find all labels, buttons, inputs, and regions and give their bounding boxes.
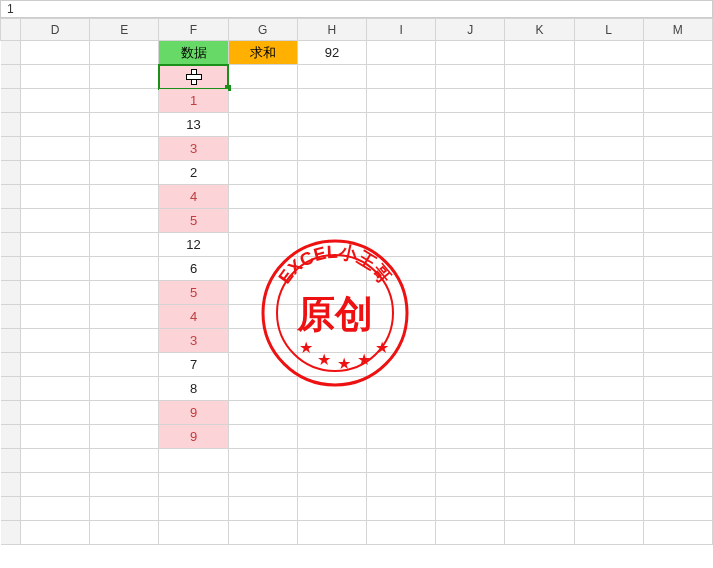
cell-k-13[interactable] [505,353,574,377]
row-gutter[interactable] [1,377,21,401]
cell-f-2[interactable]: 1 [159,89,228,113]
row-gutter[interactable] [1,401,21,425]
column-header-g[interactable]: G [228,19,297,41]
cell-m-15[interactable] [643,401,712,425]
cell-i-4[interactable] [366,137,435,161]
cell-e-11[interactable] [90,305,159,329]
cell-i-9[interactable] [366,257,435,281]
column-header-l[interactable]: L [574,19,643,41]
cell-k-4[interactable] [505,137,574,161]
cell-k-15[interactable] [505,401,574,425]
cell-i-6[interactable] [366,185,435,209]
cell-d-1[interactable] [21,65,90,89]
row-gutter[interactable] [1,233,21,257]
cell-k-0[interactable] [505,41,574,65]
cell-h-1[interactable] [297,65,366,89]
cell-f-12[interactable]: 3 [159,329,228,353]
cell-l-1[interactable] [574,65,643,89]
cell-g-11[interactable] [228,305,297,329]
cell-l-4[interactable] [574,137,643,161]
cell-j-20[interactable] [436,521,505,545]
cell-m-8[interactable] [643,233,712,257]
cell-h-19[interactable] [297,497,366,521]
cell-m-19[interactable] [643,497,712,521]
cell-d-8[interactable] [21,233,90,257]
cell-h-6[interactable] [297,185,366,209]
cell-j-5[interactable] [436,161,505,185]
cell-h-2[interactable] [297,89,366,113]
cell-i-15[interactable] [366,401,435,425]
cell-l-18[interactable] [574,473,643,497]
formula-bar[interactable]: 1 [0,0,713,18]
cell-j-8[interactable] [436,233,505,257]
cell-g-5[interactable] [228,161,297,185]
cell-d-6[interactable] [21,185,90,209]
row-gutter[interactable] [1,353,21,377]
cell-d-2[interactable] [21,89,90,113]
cell-f-4[interactable]: 3 [159,137,228,161]
cell-l-17[interactable] [574,449,643,473]
cell-e-1[interactable] [90,65,159,89]
cell-f-16[interactable]: 9 [159,425,228,449]
cell-e-17[interactable] [90,449,159,473]
cell-g-19[interactable] [228,497,297,521]
cell-l-7[interactable] [574,209,643,233]
cell-d-17[interactable] [21,449,90,473]
cell-k-18[interactable] [505,473,574,497]
cell-k-6[interactable] [505,185,574,209]
cell-e-7[interactable] [90,209,159,233]
row-gutter[interactable] [1,65,21,89]
cell-f-6[interactable]: 4 [159,185,228,209]
cell-m-1[interactable] [643,65,712,89]
cell-k-2[interactable] [505,89,574,113]
cell-k-16[interactable] [505,425,574,449]
cell-k-3[interactable] [505,113,574,137]
cell-h-10[interactable] [297,281,366,305]
row-gutter[interactable] [1,209,21,233]
cell-e-0[interactable] [90,41,159,65]
cell-h-11[interactable] [297,305,366,329]
cell-j-4[interactable] [436,137,505,161]
cell-i-14[interactable] [366,377,435,401]
cell-d-18[interactable] [21,473,90,497]
row-gutter[interactable] [1,425,21,449]
cell-m-14[interactable] [643,377,712,401]
cell-e-16[interactable] [90,425,159,449]
cell-m-10[interactable] [643,281,712,305]
cell-d-20[interactable] [21,521,90,545]
cell-l-10[interactable] [574,281,643,305]
cell-m-2[interactable] [643,89,712,113]
cell-g-10[interactable] [228,281,297,305]
cell-g-9[interactable] [228,257,297,281]
cell-i-17[interactable] [366,449,435,473]
cell-k-10[interactable] [505,281,574,305]
cell-k-20[interactable] [505,521,574,545]
cell-d-12[interactable] [21,329,90,353]
cell-g-20[interactable] [228,521,297,545]
cell-l-12[interactable] [574,329,643,353]
cell-f-14[interactable]: 8 [159,377,228,401]
cell-j-3[interactable] [436,113,505,137]
cell-j-6[interactable] [436,185,505,209]
cell-g-16[interactable] [228,425,297,449]
cell-i-19[interactable] [366,497,435,521]
cell-m-3[interactable] [643,113,712,137]
cell-j-15[interactable] [436,401,505,425]
row-gutter[interactable] [1,449,21,473]
cell-g-7[interactable] [228,209,297,233]
cell-i-5[interactable] [366,161,435,185]
cell-l-16[interactable] [574,425,643,449]
cell-i-12[interactable] [366,329,435,353]
cell-l-19[interactable] [574,497,643,521]
cell-d-13[interactable] [21,353,90,377]
cell-g-8[interactable] [228,233,297,257]
cell-f-19[interactable] [159,497,228,521]
cell-d-9[interactable] [21,257,90,281]
cell-k-14[interactable] [505,377,574,401]
cell-m-5[interactable] [643,161,712,185]
column-header-f[interactable]: F [159,19,228,41]
cell-h-15[interactable] [297,401,366,425]
cell-h-14[interactable] [297,377,366,401]
cell-j-18[interactable] [436,473,505,497]
cell-f-18[interactable] [159,473,228,497]
